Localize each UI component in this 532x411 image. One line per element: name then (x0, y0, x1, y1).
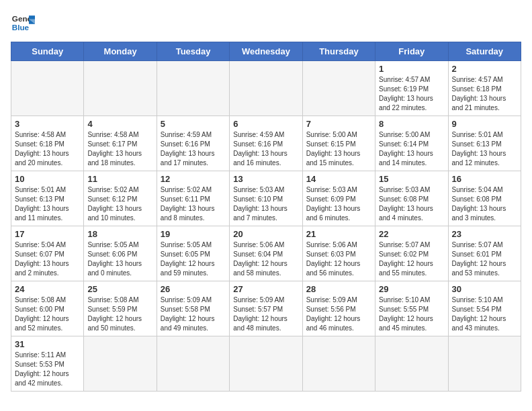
calendar-day-cell: 8Sunrise: 5:00 AM Sunset: 6:14 PM Daylig… (375, 116, 448, 171)
day-number: 3 (15, 119, 80, 129)
day-of-week-header: Wednesday (230, 42, 302, 61)
calendar-day-cell: 25Sunrise: 5:08 AM Sunset: 5:59 PM Dayli… (84, 281, 157, 336)
calendar-day-cell (157, 61, 229, 116)
day-info: Sunrise: 5:06 AM Sunset: 6:03 PM Dayligh… (306, 240, 371, 278)
calendar-day-cell (230, 61, 302, 116)
day-number: 15 (379, 174, 444, 184)
day-info: Sunrise: 4:57 AM Sunset: 6:19 PM Dayligh… (379, 75, 444, 113)
calendar-day-cell: 31Sunrise: 5:11 AM Sunset: 5:53 PM Dayli… (11, 336, 84, 392)
calendar-day-cell (302, 61, 375, 116)
day-number: 8 (379, 119, 444, 129)
day-info: Sunrise: 5:02 AM Sunset: 6:12 PM Dayligh… (87, 185, 152, 223)
page-header: General Blue (11, 11, 521, 35)
calendar-day-cell: 5Sunrise: 4:59 AM Sunset: 6:16 PM Daylig… (157, 116, 229, 171)
day-info: Sunrise: 4:59 AM Sunset: 6:16 PM Dayligh… (161, 130, 226, 168)
day-info: Sunrise: 4:57 AM Sunset: 6:18 PM Dayligh… (452, 75, 517, 113)
day-number: 31 (15, 339, 80, 349)
day-info: Sunrise: 5:02 AM Sunset: 6:11 PM Dayligh… (161, 185, 226, 223)
calendar-day-cell: 27Sunrise: 5:09 AM Sunset: 5:57 PM Dayli… (230, 281, 302, 336)
day-info: Sunrise: 5:10 AM Sunset: 5:54 PM Dayligh… (452, 295, 517, 333)
calendar-day-cell: 29Sunrise: 5:10 AM Sunset: 5:55 PM Dayli… (375, 281, 448, 336)
day-of-week-header: Friday (375, 42, 448, 61)
day-of-week-header: Sunday (11, 42, 84, 61)
calendar-day-cell (302, 336, 375, 392)
svg-text:Blue: Blue (12, 23, 30, 32)
calendar-day-cell (11, 61, 84, 116)
day-number: 20 (233, 229, 298, 239)
calendar-week-row: 31Sunrise: 5:11 AM Sunset: 5:53 PM Dayli… (11, 336, 521, 392)
day-number: 21 (306, 229, 371, 239)
calendar-day-cell: 14Sunrise: 5:03 AM Sunset: 6:09 PM Dayli… (302, 171, 375, 226)
calendar-day-cell (448, 336, 521, 392)
calendar-day-cell: 23Sunrise: 5:07 AM Sunset: 6:01 PM Dayli… (448, 226, 521, 281)
calendar-day-cell: 15Sunrise: 5:03 AM Sunset: 6:08 PM Dayli… (375, 171, 448, 226)
day-info: Sunrise: 5:08 AM Sunset: 5:59 PM Dayligh… (87, 295, 152, 333)
day-info: Sunrise: 5:09 AM Sunset: 5:58 PM Dayligh… (161, 295, 226, 333)
calendar-day-cell: 2Sunrise: 4:57 AM Sunset: 6:18 PM Daylig… (448, 61, 521, 116)
calendar-day-cell: 12Sunrise: 5:02 AM Sunset: 6:11 PM Dayli… (157, 171, 229, 226)
calendar-day-cell: 17Sunrise: 5:04 AM Sunset: 6:07 PM Dayli… (11, 226, 84, 281)
calendar-day-cell: 13Sunrise: 5:03 AM Sunset: 6:10 PM Dayli… (230, 171, 302, 226)
calendar-week-row: 17Sunrise: 5:04 AM Sunset: 6:07 PM Dayli… (11, 226, 521, 281)
day-number: 10 (15, 174, 80, 184)
day-info: Sunrise: 5:07 AM Sunset: 6:02 PM Dayligh… (379, 240, 444, 278)
day-number: 30 (452, 284, 517, 294)
calendar-day-cell: 16Sunrise: 5:04 AM Sunset: 6:08 PM Dayli… (448, 171, 521, 226)
calendar-day-cell (157, 336, 229, 392)
day-info: Sunrise: 4:59 AM Sunset: 6:16 PM Dayligh… (233, 130, 298, 168)
day-info: Sunrise: 5:01 AM Sunset: 6:13 PM Dayligh… (452, 130, 517, 168)
day-of-week-header: Saturday (448, 42, 521, 61)
calendar-day-cell: 11Sunrise: 5:02 AM Sunset: 6:12 PM Dayli… (84, 171, 157, 226)
calendar-day-cell (230, 336, 302, 392)
day-info: Sunrise: 5:09 AM Sunset: 5:57 PM Dayligh… (233, 295, 298, 333)
calendar-day-cell: 19Sunrise: 5:05 AM Sunset: 6:05 PM Dayli… (157, 226, 229, 281)
calendar-day-cell: 28Sunrise: 5:09 AM Sunset: 5:56 PM Dayli… (302, 281, 375, 336)
day-info: Sunrise: 5:05 AM Sunset: 6:06 PM Dayligh… (87, 240, 152, 278)
logo: General Blue (11, 11, 39, 35)
day-number: 13 (233, 174, 298, 184)
logo-icon: General Blue (11, 11, 35, 35)
day-number: 25 (87, 284, 152, 294)
day-info: Sunrise: 5:03 AM Sunset: 6:10 PM Dayligh… (233, 185, 298, 223)
day-number: 24 (15, 284, 80, 294)
day-number: 22 (379, 229, 444, 239)
day-info: Sunrise: 5:04 AM Sunset: 6:08 PM Dayligh… (452, 185, 517, 223)
day-of-week-header: Thursday (302, 42, 375, 61)
day-info: Sunrise: 5:04 AM Sunset: 6:07 PM Dayligh… (15, 240, 80, 278)
calendar-day-cell: 7Sunrise: 5:00 AM Sunset: 6:15 PM Daylig… (302, 116, 375, 171)
day-info: Sunrise: 5:11 AM Sunset: 5:53 PM Dayligh… (15, 351, 80, 388)
calendar-week-row: 24Sunrise: 5:08 AM Sunset: 6:00 PM Dayli… (11, 281, 521, 336)
day-number: 16 (452, 174, 517, 184)
calendar-day-cell: 30Sunrise: 5:10 AM Sunset: 5:54 PM Dayli… (448, 281, 521, 336)
calendar-day-cell (375, 336, 448, 392)
day-number: 23 (452, 229, 517, 239)
day-info: Sunrise: 4:58 AM Sunset: 6:18 PM Dayligh… (15, 130, 80, 168)
calendar-day-cell: 24Sunrise: 5:08 AM Sunset: 6:00 PM Dayli… (11, 281, 84, 336)
calendar-header-row: SundayMondayTuesdayWednesdayThursdayFrid… (11, 42, 521, 61)
day-number: 14 (306, 174, 371, 184)
day-number: 5 (161, 119, 226, 129)
day-number: 19 (161, 229, 226, 239)
day-of-week-header: Tuesday (157, 42, 229, 61)
day-info: Sunrise: 5:10 AM Sunset: 5:55 PM Dayligh… (379, 295, 444, 333)
calendar-week-row: 1Sunrise: 4:57 AM Sunset: 6:19 PM Daylig… (11, 61, 521, 116)
day-info: Sunrise: 5:00 AM Sunset: 6:15 PM Dayligh… (306, 130, 371, 168)
calendar-day-cell: 3Sunrise: 4:58 AM Sunset: 6:18 PM Daylig… (11, 116, 84, 171)
day-of-week-header: Monday (84, 42, 157, 61)
calendar-day-cell: 6Sunrise: 4:59 AM Sunset: 6:16 PM Daylig… (230, 116, 302, 171)
calendar-day-cell: 18Sunrise: 5:05 AM Sunset: 6:06 PM Dayli… (84, 226, 157, 281)
day-info: Sunrise: 5:01 AM Sunset: 6:13 PM Dayligh… (15, 185, 80, 223)
day-number: 4 (87, 119, 152, 129)
day-info: Sunrise: 5:03 AM Sunset: 6:08 PM Dayligh… (379, 185, 444, 223)
calendar-day-cell: 21Sunrise: 5:06 AM Sunset: 6:03 PM Dayli… (302, 226, 375, 281)
day-number: 28 (306, 284, 371, 294)
calendar-week-row: 10Sunrise: 5:01 AM Sunset: 6:13 PM Dayli… (11, 171, 521, 226)
day-number: 18 (87, 229, 152, 239)
day-info: Sunrise: 4:58 AM Sunset: 6:17 PM Dayligh… (87, 130, 152, 168)
day-number: 2 (452, 64, 517, 74)
calendar-day-cell: 1Sunrise: 4:57 AM Sunset: 6:19 PM Daylig… (375, 61, 448, 116)
day-number: 7 (306, 119, 371, 129)
day-number: 17 (15, 229, 80, 239)
day-number: 27 (233, 284, 298, 294)
day-number: 6 (233, 119, 298, 129)
